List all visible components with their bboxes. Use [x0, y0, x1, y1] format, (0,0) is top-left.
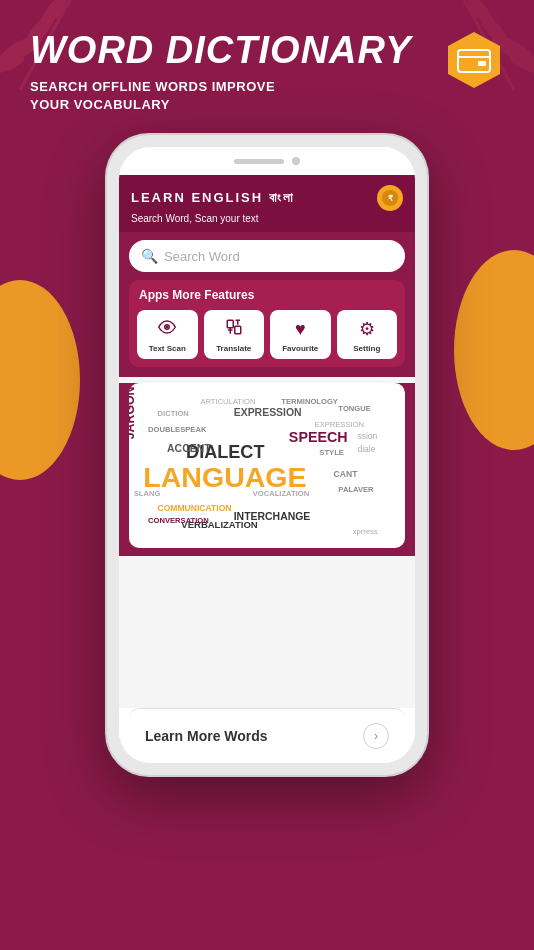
- svg-marker-12: [448, 32, 500, 88]
- translate-icon: [225, 318, 243, 340]
- search-placeholder: Search Word: [164, 249, 240, 264]
- favourite-label: Favourite: [282, 344, 318, 353]
- svg-text:COMMUNICATION: COMMUNICATION: [158, 503, 232, 513]
- svg-text:EXPRESSION: EXPRESSION: [315, 420, 364, 429]
- wordcloud-card: LANGUAGE DIALECT EXPRESSION JARGON ACCEN…: [129, 383, 405, 548]
- svg-text:EXPRESSION: EXPRESSION: [234, 407, 302, 418]
- svg-text:LANGUAGE: LANGUAGE: [143, 461, 306, 493]
- translate-label: Translate: [216, 344, 251, 353]
- svg-text:DICTION: DICTION: [158, 409, 189, 418]
- feature-setting[interactable]: ⚙ Setting: [337, 310, 398, 359]
- learn-more-title: Learn More Words: [145, 728, 268, 744]
- features-title: Apps More Features: [137, 288, 397, 302]
- phone-mockup: LEARN ENGLISH বাংলা ₹ Search Word, Scan …: [107, 135, 427, 775]
- wallet-icon[interactable]: [444, 30, 504, 90]
- setting-icon: ⚙: [359, 318, 375, 340]
- svg-text:JARGON: JARGON: [129, 386, 137, 439]
- svg-text:PALAVER: PALAVER: [338, 485, 374, 494]
- svg-text:TONGUE: TONGUE: [338, 404, 370, 413]
- wordcloud-visual: LANGUAGE DIALECT EXPRESSION JARGON ACCEN…: [129, 383, 405, 548]
- wordcloud-section: LANGUAGE DIALECT EXPRESSION JARGON ACCEN…: [119, 383, 415, 556]
- svg-point-17: [167, 326, 169, 328]
- text-scan-icon: [158, 318, 176, 340]
- app-header-bar: LEARN ENGLISH বাংলা ₹ Search Word, Scan …: [119, 175, 415, 232]
- wordcloud-svg: LANGUAGE DIALECT EXPRESSION JARGON ACCEN…: [129, 383, 405, 548]
- feature-text-scan[interactable]: Text Scan: [137, 310, 198, 359]
- search-container: 🔍 Search Word: [119, 232, 415, 280]
- phone-app-content: LEARN ENGLISH বাংলা ₹ Search Word, Scan …: [119, 175, 415, 763]
- svg-text:VOCALIZATION: VOCALIZATION: [253, 489, 310, 498]
- features-grid: Text Scan: [137, 310, 397, 359]
- search-bar[interactable]: 🔍 Search Word: [129, 240, 405, 272]
- svg-text:CANT: CANT: [334, 469, 359, 479]
- coin-icon: ₹: [382, 190, 398, 206]
- svg-text:TERMINOLOGY: TERMINOLOGY: [281, 397, 338, 406]
- feature-favourite[interactable]: ♥ Favourite: [270, 310, 331, 359]
- favourite-icon: ♥: [295, 319, 306, 340]
- svg-rect-19: [235, 326, 241, 334]
- background: WORD DICTIONARY SEARCH OFFLINE WORDS IMP…: [0, 0, 534, 950]
- orange-blob-right: [454, 250, 534, 450]
- svg-text:xprress: xprress: [353, 528, 378, 537]
- phone-screen: LEARN ENGLISH বাংলা ₹ Search Word, Scan …: [119, 147, 415, 763]
- svg-text:ARTICULATION: ARTICULATION: [200, 397, 255, 406]
- svg-text:DOUBLESPEAK: DOUBLESPEAK: [148, 425, 207, 434]
- features-section: Apps More Features: [119, 280, 415, 377]
- svg-rect-15: [478, 61, 486, 66]
- svg-text:diale: diale: [357, 444, 375, 454]
- svg-text:SPEECH: SPEECH: [289, 429, 348, 445]
- orange-blob-left: [0, 280, 80, 480]
- learn-more-section: Learn More Words ›: [119, 708, 415, 763]
- search-icon: 🔍: [141, 248, 158, 264]
- phone-camera: [292, 157, 300, 165]
- phone-body: LEARN ENGLISH বাংলা ₹ Search Word, Scan …: [107, 135, 427, 775]
- svg-text:CONVERSATION: CONVERSATION: [148, 516, 209, 525]
- svg-text:STYLE: STYLE: [319, 449, 344, 458]
- svg-text:ssion: ssion: [357, 431, 377, 441]
- text-scan-label: Text Scan: [149, 344, 186, 353]
- setting-label: Setting: [353, 344, 380, 353]
- app-tagline: Search Word, Scan your text: [131, 213, 403, 224]
- phone-status-bar: [119, 147, 415, 175]
- svg-text:SLANG: SLANG: [134, 489, 161, 498]
- feature-translate[interactable]: Translate: [204, 310, 265, 359]
- app-subtitle: SEARCH OFFLINE WORDS IMPROVE YOUR VOCABU…: [30, 78, 504, 114]
- svg-rect-18: [227, 320, 233, 328]
- phone-speaker: [234, 159, 284, 164]
- app-title-row: LEARN ENGLISH বাংলা ₹: [131, 185, 403, 211]
- coin-button[interactable]: ₹: [377, 185, 403, 211]
- svg-text:INTERCHANGE: INTERCHANGE: [234, 511, 311, 522]
- learn-more-arrow[interactable]: ›: [363, 723, 389, 749]
- learn-more-card[interactable]: Learn More Words ›: [129, 708, 405, 763]
- app-title: WORD DICTIONARY: [30, 30, 504, 72]
- svg-text:ACCENT: ACCENT: [167, 443, 211, 454]
- features-card: Apps More Features: [129, 280, 405, 367]
- app-name-title: LEARN ENGLISH বাংলা: [131, 190, 295, 206]
